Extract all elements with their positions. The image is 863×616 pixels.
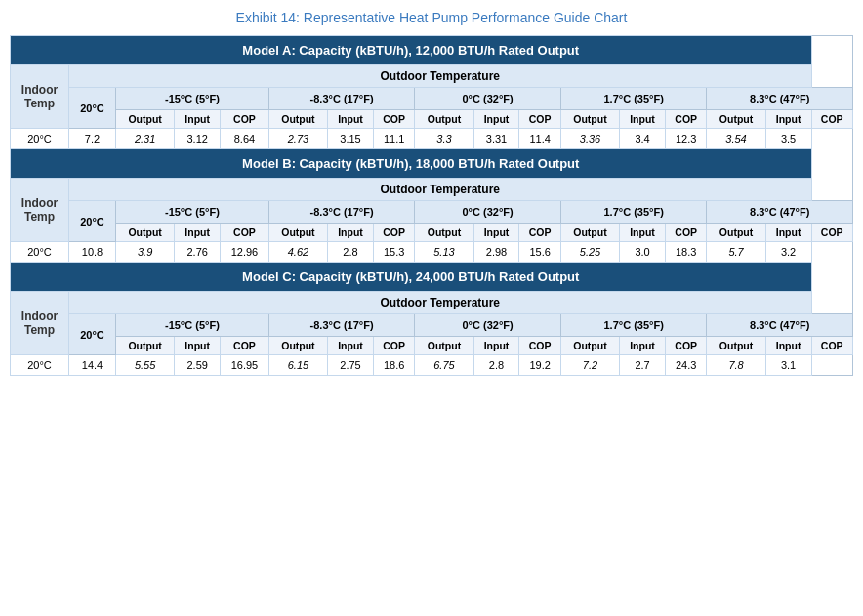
model-c-d1: 5.55: [116, 355, 175, 376]
model-b-sh-10: Input: [620, 224, 666, 242]
model-a-header-row: Model A: Capacity (kBTU/h), 12,000 BTU/h…: [11, 36, 853, 65]
model-b-d8: 2.98: [473, 242, 519, 263]
model-a-sh-1: Input: [175, 110, 221, 129]
model-a-sh-11: COP: [665, 110, 706, 129]
page-title: Exhibit 14: Representative Heat Pump Per…: [10, 10, 853, 25]
model-b-sh-7: Input: [473, 224, 519, 242]
model-a-sh-4: Input: [328, 110, 374, 129]
model-a-outdoor-temp-row: IndoorTemp Outdoor Temperature: [11, 65, 853, 88]
model-b-sh-11: COP: [665, 224, 706, 242]
model-c-sh-14: COP: [811, 337, 853, 355]
model-a-d3: 8.64: [221, 129, 269, 149]
model-c-d8: 2.8: [473, 355, 519, 376]
model-a-temp-4: 8.3°C (47°F): [707, 88, 853, 110]
model-c-sh-4: Input: [328, 337, 374, 355]
model-a-d14: 3.5: [765, 129, 811, 149]
model-a-temp-2: 0°C (32°F): [415, 88, 561, 110]
model-a-d5: 3.15: [328, 129, 374, 149]
model-c-temp-4: 8.3°C (47°F): [707, 314, 853, 337]
model-b-sh-0: Output: [116, 224, 175, 242]
model-c-indoor-label: IndoorTemp: [11, 292, 69, 355]
model-c-outdoor-temp-row: IndoorTemp Outdoor Temperature: [11, 292, 853, 314]
model-c-sh-7: Input: [473, 337, 519, 355]
model-c-temp-header-row: 20°C -15°C (5°F) -8.3°C (17°F) 0°C (32°F…: [11, 314, 853, 337]
model-b-temp-4: 8.3°C (47°F): [707, 201, 853, 224]
model-b-sh-3: Output: [268, 224, 327, 242]
model-a-d6: 11.1: [373, 129, 414, 149]
model-b-d7: 5.13: [415, 242, 473, 263]
model-c-d5: 2.75: [328, 355, 374, 376]
model-b-sh-5: COP: [373, 224, 414, 242]
model-c-temp-0: -15°C (5°F): [116, 314, 269, 337]
model-a-d11: 3.4: [620, 129, 666, 149]
model-a-temp-3: 1.7°C (35°F): [560, 88, 707, 110]
model-b-sh-12: Output: [707, 224, 765, 242]
model-b-sub-header-row: Output Input COP Output Input COP Output…: [11, 224, 853, 242]
model-c-sh-1: Input: [175, 337, 221, 355]
model-b-d13: 5.7: [707, 242, 765, 263]
model-a-sh-5: COP: [373, 110, 414, 129]
model-a-sh-7: Input: [473, 110, 519, 129]
model-a-indoor-temp: 20°C: [69, 88, 116, 129]
model-b-sh-13: Input: [765, 224, 811, 242]
model-a-temp-1: -8.3°C (17°F): [268, 88, 415, 110]
main-table: Model A: Capacity (kBTU/h), 12,000 BTU/h…: [10, 35, 853, 376]
model-c-data-row: 20°C 14.4 5.55 2.59 16.95 6.15 2.75 18.6…: [11, 355, 853, 376]
model-a-data-row: 20°C 7.2 2.31 3.12 8.64 2.73 3.15 11.1 3…: [11, 129, 853, 149]
model-a-sh-2: COP: [221, 110, 269, 129]
model-c-sh-13: Input: [765, 337, 811, 355]
model-c-d4: 6.15: [268, 355, 327, 376]
model-c-sh-11: COP: [665, 337, 706, 355]
model-b-sh-4: Input: [328, 224, 374, 242]
model-c-d3: 16.95: [221, 355, 269, 376]
model-a-sh-8: COP: [519, 110, 560, 129]
model-b-title: Model B: Capacity (kBTU/h), 18,000 BTU/h…: [11, 149, 812, 179]
model-b-sh-9: Output: [560, 224, 619, 242]
model-b-indoor-label: IndoorTemp: [11, 179, 69, 242]
model-b-d1: 3.9: [116, 242, 175, 263]
model-a-sh-13: Input: [765, 110, 811, 129]
model-b-d6: 15.3: [373, 242, 414, 263]
model-a-d13: 3.54: [707, 129, 765, 149]
model-b-sh-2: COP: [221, 224, 269, 242]
model-c-d0: 14.4: [69, 355, 116, 376]
model-b-d10: 5.25: [560, 242, 619, 263]
model-a-d0: 7.2: [69, 129, 116, 149]
model-c-sh-9: Output: [560, 337, 619, 355]
model-b-temp-3: 1.7°C (35°F): [560, 201, 707, 224]
model-b-sh-6: Output: [415, 224, 473, 242]
model-a-sh-6: Output: [415, 110, 473, 129]
model-a-temp-header-row: 20°C -15°C (5°F) -8.3°C (17°F) 0°C (32°F…: [11, 88, 853, 110]
model-a-sh-9: Output: [560, 110, 619, 129]
model-a-sh-10: Input: [620, 110, 666, 129]
model-c-title: Model C: Capacity (kBTU/h), 24,000 BTU/h…: [11, 263, 812, 292]
model-b-indoor-temp: 20°C: [69, 201, 116, 242]
model-b-d11: 3.0: [620, 242, 666, 263]
model-c-temp-3: 1.7°C (35°F): [560, 314, 707, 337]
model-c-d2: 2.59: [175, 355, 221, 376]
model-a-sh-0: Output: [116, 110, 175, 129]
model-a-sh-14: COP: [811, 110, 853, 129]
model-a-outdoor-label: Outdoor Temperature: [69, 65, 812, 88]
model-b-temp-1: -8.3°C (17°F): [268, 201, 415, 224]
model-b-header-row: Model B: Capacity (kBTU/h), 18,000 BTU/h…: [11, 149, 853, 179]
model-a-temp-0: -15°C (5°F): [116, 88, 269, 110]
model-c-d10: 7.2: [560, 355, 619, 376]
model-c-d13: 7.8: [707, 355, 765, 376]
model-a-d9: 11.4: [519, 129, 560, 149]
model-b-sh-14: COP: [811, 224, 853, 242]
model-c-d7: 6.75: [415, 355, 473, 376]
model-b-d12: 18.3: [665, 242, 706, 263]
model-c-header-row: Model C: Capacity (kBTU/h), 24,000 BTU/h…: [11, 263, 853, 292]
model-b-d14: 3.2: [765, 242, 811, 263]
model-b-data-row: 20°C 10.8 3.9 2.76 12.96 4.62 2.8 15.3 5…: [11, 242, 853, 263]
model-b-temp-0: -15°C (5°F): [116, 201, 269, 224]
model-c-sh-12: Output: [707, 337, 765, 355]
model-b-outdoor-temp-row: IndoorTemp Outdoor Temperature: [11, 179, 853, 201]
model-b-outdoor-label: Outdoor Temperature: [69, 179, 812, 201]
model-a-d4: 2.73: [268, 129, 327, 149]
model-a-sub-header-row: Output Input COP Output Input COP Output…: [11, 110, 853, 129]
model-c-sh-3: Output: [268, 337, 327, 355]
model-b-d3: 12.96: [221, 242, 269, 263]
model-c-d14: 3.1: [765, 355, 811, 376]
